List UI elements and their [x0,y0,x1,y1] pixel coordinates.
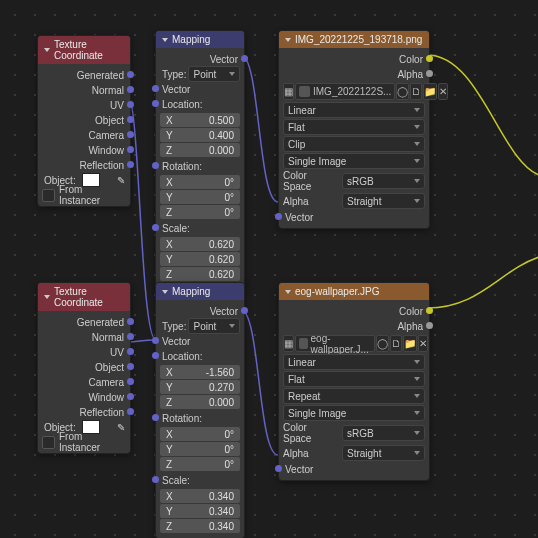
node-header[interactable]: IMG_20221225_193718.png [279,31,429,48]
node-title: Mapping [172,34,210,45]
output-color: Color [283,304,425,318]
node-header[interactable]: Mapping [156,31,244,48]
scale-y[interactable]: Y0.340 [160,504,240,518]
output-generated: Generated [42,315,126,329]
node-header[interactable]: Texture Coordinate [38,283,130,311]
node-header[interactable]: Mapping [156,283,244,300]
output-window: Window [42,390,126,404]
chevron-down-icon [414,411,420,415]
location-y[interactable]: Y0.400 [160,128,240,142]
type-select[interactable]: Point [188,318,240,334]
type-row[interactable]: Type:Point [160,67,240,81]
image-selector-row[interactable]: ▦ eog-wallpaper.J... ◯ 🗋 📁 ✕ [283,335,425,352]
alpha-label: Alpha [283,448,338,459]
new-image-icon[interactable]: 🗋 [410,83,422,100]
scale-x[interactable]: X0.620 [160,237,240,251]
chevron-down-icon [162,290,168,294]
colorspace-select[interactable]: sRGB [342,425,425,441]
interpolation-select[interactable]: Linear [283,354,425,370]
location-z[interactable]: Z0.000 [160,395,240,409]
output-alpha: Alpha [283,67,425,81]
node-texture-coordinate-2[interactable]: Texture Coordinate Generated Normal UV O… [37,282,131,454]
chevron-down-icon [229,72,235,76]
unlink-icon[interactable]: ✕ [438,83,448,100]
from-instancer-checkbox[interactable] [42,189,55,202]
node-title: Texture Coordinate [54,39,124,61]
source-select[interactable]: Single Image [283,405,425,421]
linked-icon[interactable]: ◯ [396,83,409,100]
chevron-down-icon [414,159,420,163]
output-window: Window [42,143,126,157]
rotation-x[interactable]: X0° [160,427,240,441]
colorspace-label: Color Space [283,170,338,192]
node-mapping-2[interactable]: Mapping Vector Type:Point Vector Locatio… [155,282,245,538]
output-uv: UV [42,98,126,112]
output-vector: Vector [160,304,240,318]
from-instancer-checkbox[interactable] [42,436,55,449]
rotation-x[interactable]: X0° [160,175,240,189]
type-select[interactable]: Point [188,66,240,82]
input-vector: Vector [160,334,240,348]
type-row[interactable]: Type:Point [160,319,240,333]
colorspace-select[interactable]: sRGB [342,173,425,189]
alpha-select[interactable]: Straight [342,445,425,461]
location-z[interactable]: Z0.000 [160,143,240,157]
open-image-icon[interactable]: 📁 [423,83,437,100]
projection-select[interactable]: Flat [283,119,425,135]
output-camera: Camera [42,128,126,142]
scale-y[interactable]: Y0.620 [160,252,240,266]
image-browse-icon[interactable]: ▦ [283,83,294,100]
node-texture-coordinate-1[interactable]: Texture Coordinate Generated Normal UV O… [37,35,131,207]
chevron-down-icon [414,179,420,183]
output-vector: Vector [160,52,240,66]
chevron-down-icon [414,199,420,203]
source-select[interactable]: Single Image [283,153,425,169]
output-reflection: Reflection [42,405,126,419]
extension-select[interactable]: Repeat [283,388,425,404]
image-name-field[interactable]: IMG_2022122S... [295,83,395,100]
node-header[interactable]: eog-wallpaper.JPG [279,283,429,300]
scale-x[interactable]: X0.340 [160,489,240,503]
extension-select[interactable]: Clip [283,136,425,152]
image-thumb-icon [299,338,308,349]
interpolation-select[interactable]: Linear [283,102,425,118]
chevron-down-icon [44,295,50,299]
node-image-texture-2[interactable]: eog-wallpaper.JPG Color Alpha ▦ eog-wall… [278,282,430,481]
unlink-icon[interactable]: ✕ [418,335,428,352]
node-title: IMG_20221225_193718.png [295,34,422,45]
image-name-field[interactable]: eog-wallpaper.J... [295,335,375,352]
output-camera: Camera [42,375,126,389]
location-x[interactable]: X0.500 [160,113,240,127]
chevron-down-icon [414,451,420,455]
from-instancer-row[interactable]: From Instancer [42,188,126,202]
output-color: Color [283,52,425,66]
rotation-y[interactable]: Y0° [160,190,240,204]
node-header[interactable]: Texture Coordinate [38,36,130,64]
rotation-z[interactable]: Z0° [160,457,240,471]
image-selector-row[interactable]: ▦ IMG_2022122S... ◯ 🗋 📁 ✕ [283,83,425,100]
alpha-select[interactable]: Straight [342,193,425,209]
scale-z[interactable]: Z0.620 [160,267,240,281]
open-image-icon[interactable]: 📁 [403,335,417,352]
projection-select[interactable]: Flat [283,371,425,387]
image-browse-icon[interactable]: ▦ [283,335,294,352]
chevron-down-icon [414,431,420,435]
output-normal: Normal [42,83,126,97]
rotation-y[interactable]: Y0° [160,442,240,456]
location-x[interactable]: X-1.560 [160,365,240,379]
scale-z[interactable]: Z0.340 [160,519,240,533]
new-image-icon[interactable]: 🗋 [390,335,402,352]
from-instancer-row[interactable]: From Instancer [42,435,126,449]
output-normal: Normal [42,330,126,344]
rotation-label: Rotation: [160,411,240,425]
output-object: Object [42,360,126,374]
linked-icon[interactable]: ◯ [376,335,389,352]
chevron-down-icon [162,38,168,42]
location-y[interactable]: Y0.270 [160,380,240,394]
chevron-down-icon [414,108,420,112]
output-reflection: Reflection [42,158,126,172]
node-mapping-1[interactable]: Mapping Vector Type:Point Vector Locatio… [155,30,245,287]
chevron-down-icon [414,142,420,146]
rotation-z[interactable]: Z0° [160,205,240,219]
node-image-texture-1[interactable]: IMG_20221225_193718.png Color Alpha ▦ IM… [278,30,430,229]
